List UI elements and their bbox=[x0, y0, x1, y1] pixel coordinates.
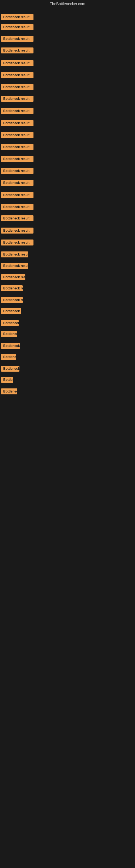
bottleneck-badge-8[interactable]: Bottleneck result bbox=[1, 96, 34, 102]
badge-row-14: Bottleneck result bbox=[1, 168, 34, 175]
badge-row-5: Bottleneck result bbox=[1, 60, 34, 67]
bottleneck-badge-28[interactable]: Bottleneck result bbox=[1, 331, 17, 337]
bottleneck-badge-32[interactable]: Bottleneck result bbox=[1, 377, 13, 383]
badge-row-13: Bottleneck result bbox=[1, 156, 34, 163]
bottleneck-badge-1[interactable]: Bottleneck result bbox=[1, 14, 34, 20]
badge-row-12: Bottleneck result bbox=[1, 144, 34, 151]
badge-row-25: Bottleneck result bbox=[1, 297, 23, 304]
bottleneck-badge-16[interactable]: Bottleneck result bbox=[1, 192, 34, 198]
bottleneck-badge-24[interactable]: Bottleneck result bbox=[1, 285, 23, 291]
badges-container: Bottleneck resultBottleneck resultBottle… bbox=[0, 9, 135, 405]
bottleneck-badge-4[interactable]: Bottleneck result bbox=[1, 48, 34, 54]
badge-row-31: Bottleneck result bbox=[1, 366, 19, 373]
badge-row-24: Bottleneck result bbox=[1, 285, 23, 292]
bottleneck-badge-33[interactable]: Bottleneck result bbox=[1, 389, 17, 394]
badge-row-2: Bottleneck result bbox=[1, 24, 34, 31]
badge-row-3: Bottleneck result bbox=[1, 36, 34, 43]
bottleneck-badge-30[interactable]: Bottleneck result bbox=[1, 354, 16, 360]
bottleneck-badge-27[interactable]: Bottleneck result bbox=[1, 320, 18, 326]
badge-row-8: Bottleneck result bbox=[1, 96, 34, 103]
badge-row-32: Bottleneck result bbox=[1, 377, 13, 384]
bottleneck-badge-22[interactable]: Bottleneck result bbox=[1, 263, 28, 269]
bottleneck-badge-18[interactable]: Bottleneck result bbox=[1, 215, 34, 221]
badge-row-19: Bottleneck result bbox=[1, 227, 34, 235]
bottleneck-badge-25[interactable]: Bottleneck result bbox=[1, 297, 23, 303]
badge-row-4: Bottleneck result bbox=[1, 48, 34, 55]
badge-row-30: Bottleneck result bbox=[1, 354, 16, 361]
badge-row-22: Bottleneck result bbox=[1, 263, 28, 270]
bottleneck-badge-12[interactable]: Bottleneck result bbox=[1, 144, 34, 150]
badge-row-28: Bottleneck result bbox=[1, 331, 17, 338]
bottleneck-badge-9[interactable]: Bottleneck result bbox=[1, 108, 34, 114]
bottleneck-badge-13[interactable]: Bottleneck result bbox=[1, 156, 34, 162]
bottleneck-badge-6[interactable]: Bottleneck result bbox=[1, 72, 34, 78]
badge-row-20: Bottleneck result bbox=[1, 240, 34, 247]
bottleneck-badge-21[interactable]: Bottleneck result bbox=[1, 251, 28, 257]
bottleneck-badge-10[interactable]: Bottleneck result bbox=[1, 120, 34, 126]
bottleneck-badge-11[interactable]: Bottleneck result bbox=[1, 132, 34, 138]
badge-row-17: Bottleneck result bbox=[1, 204, 34, 211]
badge-row-15: Bottleneck result bbox=[1, 180, 34, 187]
badge-row-23: Bottleneck result bbox=[1, 274, 26, 281]
bottleneck-badge-3[interactable]: Bottleneck result bbox=[1, 36, 34, 42]
site-title: TheBottlenecker.com bbox=[0, 0, 135, 9]
bottleneck-badge-14[interactable]: Bottleneck result bbox=[1, 168, 34, 174]
badge-row-33: Bottleneck result bbox=[1, 389, 17, 396]
page-container: TheBottlenecker.com Bottleneck resultBot… bbox=[0, 0, 135, 868]
bottleneck-badge-31[interactable]: Bottleneck result bbox=[1, 366, 19, 372]
badge-row-9: Bottleneck result bbox=[1, 108, 34, 115]
badge-row-6: Bottleneck result bbox=[1, 72, 34, 79]
badge-row-18: Bottleneck result bbox=[1, 215, 34, 222]
bottleneck-badge-2[interactable]: Bottleneck result bbox=[1, 24, 34, 30]
bottleneck-badge-20[interactable]: Bottleneck result bbox=[1, 240, 34, 246]
badge-row-11: Bottleneck result bbox=[1, 132, 34, 139]
bottleneck-badge-15[interactable]: Bottleneck result bbox=[1, 180, 34, 186]
badge-row-7: Bottleneck result bbox=[1, 84, 34, 91]
bottleneck-badge-29[interactable]: Bottleneck result bbox=[1, 343, 20, 349]
badge-row-10: Bottleneck result bbox=[1, 120, 34, 127]
badge-row-29: Bottleneck result bbox=[1, 343, 20, 350]
badge-row-27: Bottleneck result bbox=[1, 320, 18, 327]
bottleneck-badge-19[interactable]: Bottleneck result bbox=[1, 227, 34, 234]
badge-row-16: Bottleneck result bbox=[1, 192, 34, 199]
bottleneck-badge-5[interactable]: Bottleneck result bbox=[1, 60, 34, 66]
bottleneck-badge-7[interactable]: Bottleneck result bbox=[1, 84, 34, 90]
bottleneck-badge-23[interactable]: Bottleneck result bbox=[1, 274, 26, 280]
badge-row-1: Bottleneck result bbox=[1, 14, 34, 21]
badge-row-26: Bottleneck result bbox=[1, 308, 21, 315]
bottleneck-badge-26[interactable]: Bottleneck result bbox=[1, 308, 21, 314]
badge-row-21: Bottleneck result bbox=[1, 251, 28, 258]
bottleneck-badge-17[interactable]: Bottleneck result bbox=[1, 204, 34, 210]
